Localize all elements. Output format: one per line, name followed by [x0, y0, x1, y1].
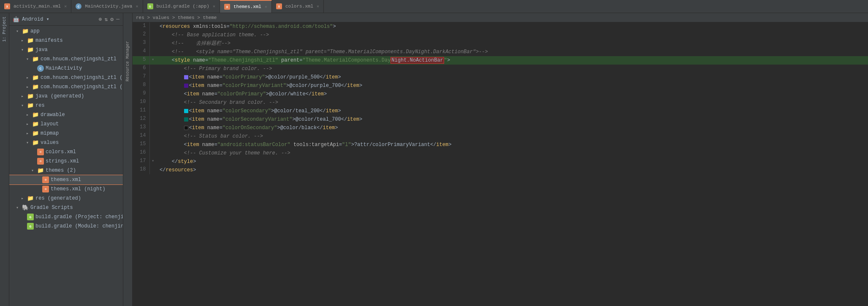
line-content[interactable]: <!-- Secondary brand color. -->	[156, 98, 868, 107]
line-content[interactable]: <!-- Base application theme. -->	[156, 31, 868, 39]
project-tab[interactable]: 1: Project	[1, 14, 8, 44]
tab-build-gradle[interactable]: G build.gradle (:app) ✕	[143, 0, 220, 13]
line-content[interactable]: </resources>	[156, 166, 868, 174]
line-content[interactable]: <item name="android:statusBarColor" tool…	[156, 141, 868, 149]
tab-close-icon[interactable]: ✕	[64, 4, 67, 9]
fold-icon[interactable]: ▾	[152, 159, 154, 163]
tree-item-com1[interactable]: ▾ 📁 com.hnucm.chenjingshi_ztl	[9, 54, 123, 64]
gradle-icon: G	[27, 214, 34, 220]
tree-item-app[interactable]: ▾ 📁 app	[9, 27, 123, 36]
line-content[interactable]: <item name="colorSecondary">@color/teal_…	[156, 107, 868, 115]
tree-item-themes-night[interactable]: ⚙ themes.xml (night)	[9, 184, 123, 194]
tree-item-java[interactable]: ▾ 📁 java	[9, 45, 123, 54]
tree-item-build-gradle-module[interactable]: G build.gradle (Module: chenjingshi_ztl.…	[9, 222, 123, 231]
line-number: 5	[133, 56, 149, 65]
tab-close-icon[interactable]: ✕	[136, 4, 138, 9]
line-content[interactable]: <item name="colorPrimaryVariant">@color/…	[156, 81, 868, 90]
line-number: 11	[133, 107, 149, 115]
sidebar-header: 🤖 Android ▾ ⊕ ⇅ ⚙ —	[9, 13, 123, 26]
line-gutter	[149, 39, 156, 48]
folder-icon: 📁	[32, 84, 39, 90]
gradle-folder-icon: 🐘	[22, 204, 29, 211]
tree-item-com2[interactable]: ▸ 📁 com.hnucm.chenjingshi_ztl (androidTe…	[9, 73, 123, 82]
line-content[interactable]: <item name="colorOnSecondary">@color/bla…	[156, 124, 868, 132]
folder-icon: 📁	[32, 130, 39, 137]
fold-icon[interactable]: ▾	[152, 57, 154, 62]
tree-label: themes.xml (night)	[51, 186, 106, 192]
line-content[interactable]: <item name="colorOnPrimary">@color/white…	[156, 90, 868, 98]
tree-item-themes-folder[interactable]: ▾ 📁 themes (2)	[9, 166, 123, 175]
sort-icon[interactable]: ⇅	[105, 16, 108, 23]
line-content[interactable]: <resources xmlns:tools="http://schemas.a…	[156, 22, 868, 31]
tree-item-layout[interactable]: ▸ 📁 layout	[9, 119, 123, 129]
code-line-15: 15 <item name="android:statusBarColor" t…	[133, 141, 868, 149]
settings-icon[interactable]: ⚙	[110, 16, 114, 23]
line-content[interactable]: <!-- Primary brand color. -->	[156, 65, 868, 73]
line-content[interactable]: <!-- 去掉标题栏-->	[156, 39, 868, 48]
code-line-1: 1 <resources xmlns:tools="http://schemas…	[133, 22, 868, 31]
line-gutter: ▾	[149, 56, 156, 65]
gradle-file-icon: G	[147, 3, 153, 9]
sidebar-title: Android ▾	[22, 16, 49, 22]
tree-item-values[interactable]: ▾ 📁 values	[9, 138, 123, 147]
line-content[interactable]: <style name="Theme.Chenjingshi_ztl" pare…	[156, 56, 868, 65]
tree-item-java-gen[interactable]: ▸ 📁 java (generated)	[9, 92, 123, 101]
tab-activity-main[interactable]: X activity_main.xml ✕	[0, 0, 71, 13]
resource-manager-tab[interactable]: Resource Manager	[125, 38, 131, 84]
tree-item-build-gradle-project[interactable]: G build.gradle (Project: chenjingshi_ztl…	[9, 212, 123, 222]
tree-item-gradle-scripts[interactable]: ▾ 🐘 Gradle Scripts	[9, 203, 123, 212]
minimize-icon[interactable]: —	[116, 16, 119, 23]
tree-label: build.gradle (Module: chenjingshi_ztl.ap…	[35, 223, 123, 229]
tree-item-res-gen[interactable]: ▸ 📁 res (generated)	[9, 194, 123, 203]
tab-colors-xml[interactable]: X colors.xml ✕	[272, 0, 324, 13]
code-content[interactable]: 1 <resources xmlns:tools="http://schemas…	[133, 22, 868, 306]
tree-item-res[interactable]: ▾ 📁 res	[9, 101, 123, 110]
line-content[interactable]: <!-- Status bar color. -->	[156, 132, 868, 141]
line-content[interactable]: <item name="colorSecondaryVariant">@colo…	[156, 115, 868, 124]
tab-bar: X activity_main.xml ✕ C MainActivity.jav…	[0, 0, 868, 13]
tree-item-drawable[interactable]: ▸ 📁 drawable	[9, 110, 123, 119]
tab-themes-xml[interactable]: X themes.xml ✕	[220, 0, 272, 13]
line-number: 13	[133, 124, 149, 132]
line-number: 4	[133, 48, 149, 56]
tree-item-colors-xml[interactable]: ⚙ colors.xml	[9, 147, 123, 157]
folder-icon: 📁	[32, 139, 39, 146]
line-content[interactable]: </style>	[156, 157, 868, 166]
tree-label: res	[35, 103, 45, 108]
folder-icon: 📁	[27, 195, 34, 202]
line-content[interactable]: <!-- <style name="Theme.Chenjingshi_ztl"…	[156, 48, 868, 56]
java-icon: C	[37, 65, 44, 72]
tree-item-com3[interactable]: ▸ 📁 com.hnucm.chenjingshi_ztl (test)	[9, 82, 123, 92]
line-gutter	[149, 149, 156, 157]
tree-item-themes-xml[interactable]: ⚙ themes.xml	[9, 175, 123, 184]
tab-close-icon[interactable]: ✕	[213, 4, 215, 9]
line-number: 2	[133, 31, 149, 39]
code-line-4: 4 <!-- <style name="Theme.Chenjingshi_zt…	[133, 48, 868, 56]
sidebar-toolbar: ⊕ ⇅ ⚙ —	[99, 16, 119, 23]
line-content[interactable]: <!-- Customize your theme here. -->	[156, 149, 868, 157]
folder-icon: 📁	[27, 102, 34, 109]
folder-icon: 📁	[32, 121, 39, 127]
folder-icon: 📁	[32, 74, 39, 81]
tree-item-strings-xml[interactable]: ⚙ strings.xml	[9, 157, 123, 166]
tree-item-mainactivity[interactable]: C MainActivity	[9, 64, 123, 73]
line-gutter	[149, 115, 156, 124]
line-gutter	[149, 81, 156, 90]
tab-main-activity[interactable]: C MainActivity.java ✕	[71, 0, 143, 13]
line-gutter	[149, 141, 156, 149]
line-gutter	[149, 90, 156, 98]
tab-close-icon[interactable]: ✕	[265, 4, 267, 9]
sync-icon[interactable]: ⊕	[99, 16, 102, 23]
tree-label: strings.xml	[46, 158, 79, 164]
line-content[interactable]: <item name="colorPrimary">@color/purple_…	[156, 73, 868, 81]
line-number: 1	[133, 22, 149, 31]
tree-label: res (generated)	[35, 195, 81, 201]
line-gutter	[149, 166, 156, 174]
line-number: 6	[133, 65, 149, 73]
tree-item-mipmap[interactable]: ▸ 📁 mipmap	[9, 129, 123, 138]
tree-label: com.hnucm.chenjingshi_ztl (test)	[41, 84, 123, 90]
line-gutter	[149, 73, 156, 81]
code-line-11: 11 <item name="colorSecondary">@color/te…	[133, 107, 868, 115]
tree-item-manifests[interactable]: ▸ 📁 manifests	[9, 36, 123, 45]
tab-close-icon[interactable]: ✕	[317, 4, 319, 9]
